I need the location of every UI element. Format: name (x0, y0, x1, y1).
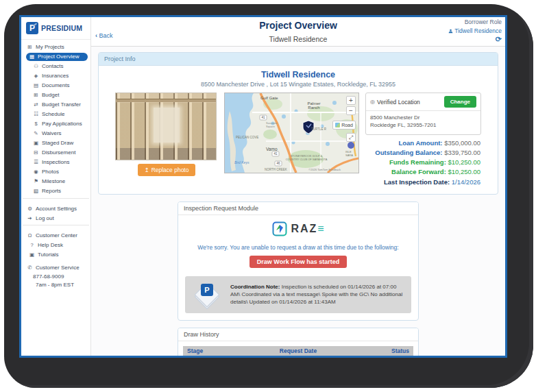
sidebar-divider (23, 225, 89, 225)
help-icon: ? (29, 242, 35, 249)
presidium-cube-icon: P (193, 282, 221, 307)
sidebar-item-staged-draw[interactable]: ▣Staged Draw (30, 139, 88, 147)
map-zoom-in-button[interactable]: + (346, 96, 356, 105)
report-icon: ▧ (33, 188, 39, 195)
screenshot-canvas: P PRESIDIUM ⊞My Projects▦Project Overvie… (0, 0, 536, 392)
sidebar-item-label: Reports (42, 188, 61, 195)
sidebar-item-label: Insurances (42, 73, 69, 79)
financial-line-funds-remaining: Funds Remaining: $10,250.00 (365, 158, 480, 167)
inspection-request-panel: Inspection Request Module RA (178, 201, 419, 321)
sidebar-item-label: Waivers (42, 130, 62, 137)
sidebar-item-customer-service[interactable]: ✆ Customer Service (24, 264, 88, 272)
map-label: Palmer Ranch (302, 101, 326, 110)
map-label: TURTLE R (311, 127, 326, 131)
sidebar-item-photos[interactable]: ◉Photos (30, 168, 88, 176)
sidebar-item-account-settings[interactable]: ⚙Account Settings (24, 205, 88, 213)
sidebar-item-pay-applications[interactable]: $Pay Applications (30, 120, 88, 128)
map-zoom-out-button[interactable]: − (346, 106, 356, 115)
financial-summary: Loan Amount: $350,000.00Outstanding Bala… (365, 138, 481, 187)
project-info-panel: Project Info Tidwell Residence 8500 Manc… (98, 52, 498, 195)
project-photo-column: ↥ Replace photo (115, 93, 218, 176)
change-location-button[interactable]: Change (444, 96, 476, 108)
map-layer-button[interactable]: Road (332, 121, 356, 130)
sidebar-item-label: Project Overview (38, 53, 79, 60)
loan-info-column: ◎ Verified Location Change 8500 Manchest… (365, 93, 481, 187)
sidebar-item-label: Photos (42, 169, 59, 175)
logout-icon: ➔ (27, 215, 33, 222)
project-info-header: Project Info (99, 53, 498, 66)
user-menu[interactable]: Tidwell Residence (448, 27, 502, 35)
back-button[interactable]: ‹ Back (95, 32, 113, 39)
calculator-icon: ⊞ (33, 92, 39, 99)
content-area: Project Info Tidwell Residence 8500 Manc… (91, 47, 505, 356)
sidebar-item-tutorials[interactable]: ▣Tutorials (26, 251, 88, 259)
sidebar-item-waivers[interactable]: ✎Waivers (30, 130, 88, 138)
sidebar-item-budget[interactable]: ⊞Budget (30, 91, 88, 99)
financial-value: $10,250.00 (448, 168, 480, 175)
sidebar-item-schedule[interactable]: ☷Schedule (30, 110, 88, 119)
sidebar-item-label: Staged Draw (42, 140, 73, 147)
person-icon (448, 29, 453, 34)
verified-address: 8500 Manchester Dr Rockledge FL, 32955-7… (366, 111, 480, 134)
gear-icon: ⚙ (27, 206, 33, 212)
target-icon: ◎ (370, 99, 375, 105)
sidebar-item-label: Inspections (42, 159, 69, 166)
chart-icon: ☷ (33, 111, 39, 118)
sidebar-item-customer-center[interactable]: ΩCustomer Center (24, 232, 88, 240)
financial-value: $10,250.00 (448, 158, 480, 166)
brand-logo[interactable]: P PRESIDIUM (21, 17, 90, 40)
bank-icon: ▣ (33, 140, 39, 147)
header-divider (91, 46, 505, 47)
sidebar-item-milestone[interactable]: ⚑Milestone (30, 177, 88, 186)
sidebar-item-documents[interactable]: ▤Documents (30, 82, 88, 90)
phone-icon: ✆ (27, 265, 33, 271)
sidebar-item-label: Milestone (42, 178, 65, 185)
project-info-body: Tidwell Residence 8500 Manchester Drive … (99, 66, 498, 194)
workflow-status-badge: Draw Work Flow has started (249, 256, 347, 268)
map-label: Vamo (266, 147, 278, 151)
sidebar-customer-section: ΩCustomer Center?Help Desk▣Tutorials (21, 228, 90, 259)
sidebar-item-reports[interactable]: ▧Reports (30, 187, 88, 195)
financial-line-loan-amount: Loan Amount: $350,000.00 (365, 138, 480, 148)
sidebar-item-project-overview[interactable]: ▦Project Overview (26, 53, 88, 61)
location-map[interactable]: 41 41 46 Gulf Gate Palmer Ranch Sa (224, 93, 359, 173)
sidebar-item-help-desk[interactable]: ?Help Desk (26, 241, 88, 249)
shield-icon: ◈ (33, 73, 39, 79)
financial-label: Outstanding Balance: (375, 149, 442, 156)
sidebar-item-my-projects[interactable]: ⊞My Projects (24, 43, 88, 51)
refresh-icon[interactable]: ⟳ (448, 36, 502, 43)
app-window: P PRESIDIUM ⊞My Projects▦Project Overvie… (19, 15, 507, 358)
sidebar-item-disbursement[interactable]: ⊟Disbursement (30, 149, 88, 157)
contacts-icon: ⚇ (33, 63, 39, 70)
sidebar-item-insurances[interactable]: ◈Insurances (30, 72, 88, 80)
map-label: Sarasota Square (266, 122, 281, 128)
sidebar-item-budget-transfer[interactable]: ⇄Budget Transfer (30, 101, 88, 109)
sidebar-item-label: Account Settings (36, 206, 77, 212)
verified-location-card: ◎ Verified Location Change 8500 Manchest… (365, 93, 481, 135)
map-label: ISLE SARA (345, 151, 356, 157)
sidebar-item-contacts[interactable]: ⚇Contacts (30, 62, 88, 71)
sidebar-service-section: ✆ Customer Service 877-68-9009 7am - 8pm… (21, 260, 90, 288)
sidebar-item-label: Pay Applications (42, 121, 82, 127)
project-photo (115, 93, 217, 160)
sidebar-item-inspections[interactable]: ☰Inspections (30, 158, 88, 167)
table-header-row: Stage Request Date Status (183, 346, 413, 356)
financial-line-last-inspection-date: Last Inspection Date: 1/14/2026 (365, 177, 480, 187)
headset-icon: Ω (27, 232, 33, 239)
customer-service-hours: 7am - 8pm EST (36, 282, 88, 288)
list-icon: ☰ (33, 159, 39, 166)
draw-history-table: Stage Request Date Status Stage # 12025-… (183, 346, 413, 356)
column-request-date: Request Date (252, 346, 345, 356)
overview-icon: ▦ (29, 53, 35, 60)
financial-value: $339,750.00 (444, 149, 480, 156)
replace-photo-button[interactable]: ↥ Replace photo (138, 164, 196, 176)
financial-label: Funds Remaining: (389, 158, 446, 166)
sidebar-item-label: Documents (42, 82, 69, 89)
map-fullscreen-button[interactable]: ⤢ (346, 133, 356, 142)
sidebar-item-log-out[interactable]: ➔Log out (24, 215, 88, 223)
flag-icon: ⚑ (33, 178, 39, 185)
role-badge: Borrower Role (448, 19, 502, 26)
map-label: Bird Keys (234, 160, 249, 164)
map-label: Gulf Gate (260, 96, 278, 100)
map-label: PELICAN COVE (236, 136, 258, 139)
